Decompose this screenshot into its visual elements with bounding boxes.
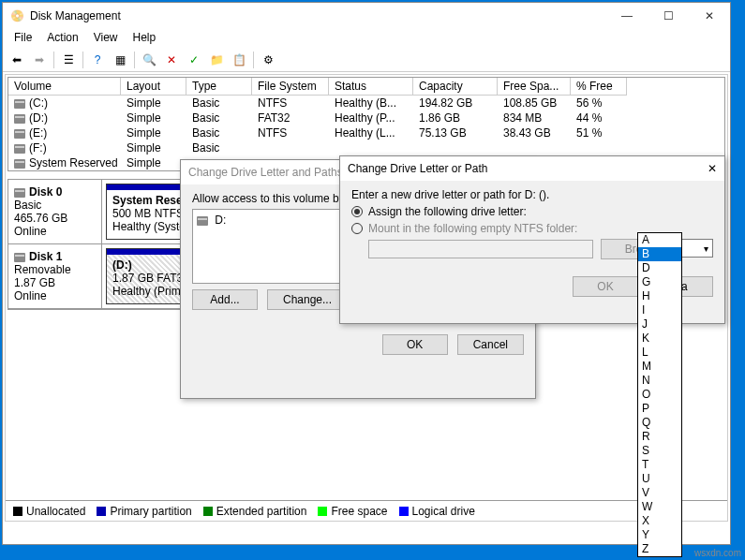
legend-item: Free space: [318, 505, 387, 518]
menu-view[interactable]: View: [86, 29, 126, 48]
drive-letter-option[interactable]: D: [638, 261, 681, 275]
drive-letter-option[interactable]: X: [638, 514, 681, 528]
drive-letter-option[interactable]: V: [638, 486, 681, 500]
volume-icon: [14, 99, 25, 109]
delete-icon[interactable]: ✕: [161, 50, 182, 70]
legend-item: Logical drive: [399, 505, 475, 518]
drive-letter-option[interactable]: Y: [638, 528, 681, 542]
drive-letter-option[interactable]: N: [638, 374, 681, 388]
drive-letter-option[interactable]: M: [638, 360, 681, 374]
dialog-instruction: Enter a new drive letter or path for D: …: [351, 188, 713, 201]
legend-item: Primary partition: [97, 505, 191, 518]
menu-help[interactable]: Help: [126, 29, 164, 48]
folder-icon[interactable]: 📁: [206, 50, 227, 70]
drive-letter-option[interactable]: J: [638, 317, 681, 332]
assign-radio[interactable]: Assign the following drive letter:: [351, 205, 713, 218]
column-header[interactable]: Free Spa...: [498, 78, 571, 96]
drive-letter-option[interactable]: L: [638, 346, 681, 360]
cancel-button[interactable]: Cancel: [457, 334, 524, 355]
drive-letter-option[interactable]: Q: [638, 416, 681, 430]
column-header[interactable]: Type: [186, 78, 252, 96]
drive-letter-option[interactable]: Z: [638, 542, 681, 556]
dialog-title: Change Drive Letter or Path: [348, 162, 487, 175]
radio-icon: [351, 223, 363, 234]
change-button[interactable]: Change...: [267, 289, 348, 310]
drive-letter-option[interactable]: G: [638, 275, 681, 289]
drive-letter-dropdown[interactable]: ABDGHIJKLMNOPQRSTUVWXYZ: [637, 232, 682, 557]
drive-letter-option[interactable]: U: [638, 472, 681, 486]
folder-input: [368, 240, 593, 258]
drive-letter-option[interactable]: H: [638, 289, 681, 303]
minimize-button[interactable]: —: [606, 3, 648, 29]
drive-icon: [197, 216, 208, 226]
table-row[interactable]: (C:) Simple Basic NTFS Healthy (B... 194…: [8, 96, 724, 111]
drive-letter-option[interactable]: S: [638, 444, 681, 458]
legend: UnallocatedPrimary partitionExtended par…: [6, 500, 727, 521]
back-icon[interactable]: ⬅: [7, 50, 27, 70]
drive-letter-option[interactable]: O: [638, 388, 681, 402]
drive-letter-option[interactable]: K: [638, 332, 681, 346]
view-icon[interactable]: ☰: [58, 50, 79, 70]
ok-button[interactable]: OK: [573, 276, 638, 297]
drive-item[interactable]: D:: [215, 214, 226, 227]
grid-icon[interactable]: ▦: [110, 50, 130, 70]
drive-letter-option[interactable]: B: [638, 247, 681, 261]
titlebar: 📀 Disk Management — ☐ ✕: [3, 3, 730, 29]
menu-file[interactable]: File: [7, 29, 39, 48]
volume-icon: [14, 159, 25, 169]
options-icon[interactable]: ⚙: [258, 50, 278, 70]
table-row[interactable]: (D:) Simple Basic FAT32 Healthy (P... 1.…: [8, 111, 724, 125]
menubar: FileActionViewHelp: [3, 29, 730, 48]
column-header[interactable]: % Free: [571, 78, 627, 96]
drive-letter-option[interactable]: A: [638, 233, 681, 247]
toolbar: ⬅ ➡ ☰ ? ▦ 🔍 ✕ ✓ 📁 📋 ⚙: [3, 48, 730, 72]
table-row[interactable]: (E:) Simple Basic NTFS Healthy (L... 75.…: [8, 125, 724, 140]
column-header[interactable]: Volume: [8, 78, 121, 96]
column-header[interactable]: Capacity: [413, 78, 498, 96]
legend-item: Unallocated: [13, 505, 85, 518]
drive-letter-option[interactable]: R: [638, 430, 681, 444]
radio-icon: [351, 206, 363, 217]
watermark: wsxdn.com: [694, 548, 741, 558]
window-title: Disk Management: [30, 9, 606, 22]
drive-letter-option[interactable]: W: [638, 500, 681, 514]
search-icon[interactable]: 🔍: [139, 50, 159, 70]
maximize-button[interactable]: ☐: [648, 3, 689, 29]
ok-button[interactable]: OK: [382, 334, 448, 355]
props-icon[interactable]: 📋: [229, 50, 249, 70]
table-row[interactable]: (F:) Simple Basic: [8, 140, 724, 155]
drive-letter-option[interactable]: P: [638, 402, 681, 416]
close-button[interactable]: ✕: [689, 3, 730, 29]
volume-icon: [14, 144, 25, 154]
column-header[interactable]: File System: [252, 78, 329, 96]
drive-letter-option[interactable]: I: [638, 303, 681, 317]
menu-action[interactable]: Action: [39, 29, 85, 48]
add-button[interactable]: Add...: [192, 289, 258, 310]
forward-icon[interactable]: ➡: [29, 50, 50, 70]
column-header[interactable]: Layout: [121, 78, 186, 96]
help-icon[interactable]: ?: [87, 50, 108, 70]
legend-item: Extended partition: [203, 505, 307, 518]
close-icon[interactable]: ✕: [708, 162, 717, 175]
hdd-icon: 📀: [10, 9, 24, 22]
drive-letter-option[interactable]: T: [638, 458, 681, 472]
check-icon[interactable]: ✓: [184, 50, 204, 70]
volume-icon: [14, 114, 25, 124]
column-header[interactable]: Status: [329, 78, 413, 96]
volume-icon: [14, 129, 25, 139]
